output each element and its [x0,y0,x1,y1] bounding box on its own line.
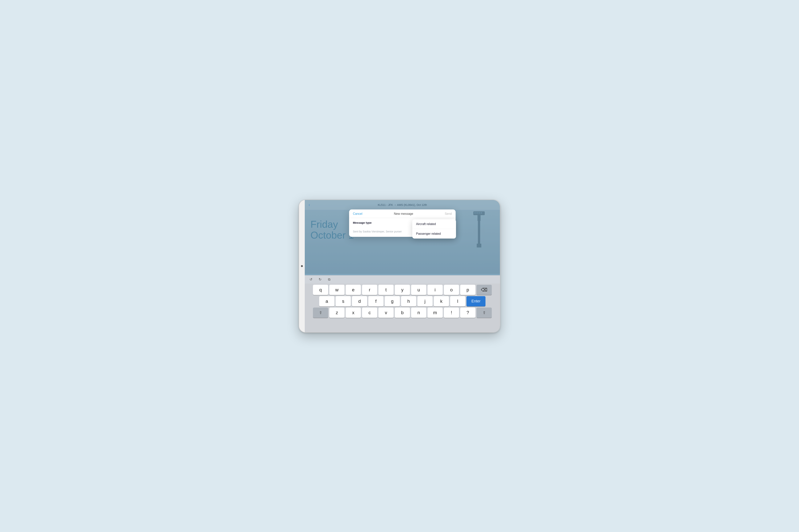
undo-button[interactable]: ↺ [308,277,314,282]
key-r[interactable]: r [362,285,377,295]
left-bezel [299,200,305,332]
key-b[interactable]: b [395,307,410,318]
key-u[interactable]: u [411,285,426,295]
ipad-shell: ‹ KL511 - JFK → AMS (KL0641), Oct 12th F… [299,200,500,332]
key-v[interactable]: v [378,307,394,318]
scene: ‹ KL511 - JFK → AMS (KL0641), Oct 12th F… [299,200,500,332]
key-e[interactable]: e [346,285,361,295]
redo-button[interactable]: ↻ [317,277,323,282]
clipboard-button[interactable]: ⧉ [326,277,332,282]
home-button[interactable] [301,265,303,267]
key-row-1: q w e r t y u i o p ⌫ [306,285,499,295]
key-a[interactable]: a [319,296,334,306]
key-g[interactable]: g [385,296,400,306]
key-w[interactable]: w [329,285,345,295]
message-type-label: Message type [353,221,371,224]
backspace-key[interactable]: ⌫ [476,285,492,295]
key-s[interactable]: s [335,296,351,306]
key-row-2: a s d f g h j k l Enter [306,296,499,306]
key-question[interactable]: ? [460,307,475,318]
key-q[interactable]: q [313,285,328,295]
dropdown-item-aircraft[interactable]: Aircraft related [412,219,456,229]
shift-key-right[interactable]: ⇧ [476,307,492,318]
key-row-3: ⇧ z x c v b n m ! ? ⇧ [306,307,499,318]
shift-key-left[interactable]: ⇧ [313,307,328,318]
keyboard-rows: q w e r t y u i o p ⌫ a [305,284,500,319]
send-button[interactable]: Send [445,212,452,215]
key-j[interactable]: j [417,296,433,306]
modal-body: Message type Choose type Aircraft relate… [349,218,456,237]
key-k[interactable]: k [434,296,449,306]
key-o[interactable]: o [444,285,459,295]
cancel-button[interactable]: Cancel [353,212,362,215]
message-modal: Cancel New message Send Message type Cho… [349,209,456,237]
key-f[interactable]: f [368,296,383,306]
keyboard-area: ↺ ↻ ⧉ q w e r t y u i o [305,275,500,332]
key-x[interactable]: x [346,307,361,318]
enter-key[interactable]: Enter [467,296,486,306]
key-z[interactable]: z [329,307,345,318]
key-exclaim[interactable]: ! [444,307,459,318]
key-n[interactable]: n [411,307,426,318]
modal-title: New message [394,212,413,215]
keyboard-toolbar: ↺ ↻ ⧉ [305,275,500,284]
key-l[interactable]: l [450,296,465,306]
key-h[interactable]: h [401,296,416,306]
type-dropdown: Aircraft related Passenger related [412,219,456,239]
key-i[interactable]: i [428,285,443,295]
key-m[interactable]: m [428,307,443,318]
key-d[interactable]: d [352,296,367,306]
key-c[interactable]: c [362,307,377,318]
key-y[interactable]: y [395,285,410,295]
app-screen: ‹ KL511 - JFK → AMS (KL0641), Oct 12th F… [305,200,500,332]
key-p[interactable]: p [460,285,475,295]
key-t[interactable]: t [378,285,394,295]
modal-header: Cancel New message Send [349,209,456,218]
dropdown-item-passenger[interactable]: Passenger related [412,229,456,239]
